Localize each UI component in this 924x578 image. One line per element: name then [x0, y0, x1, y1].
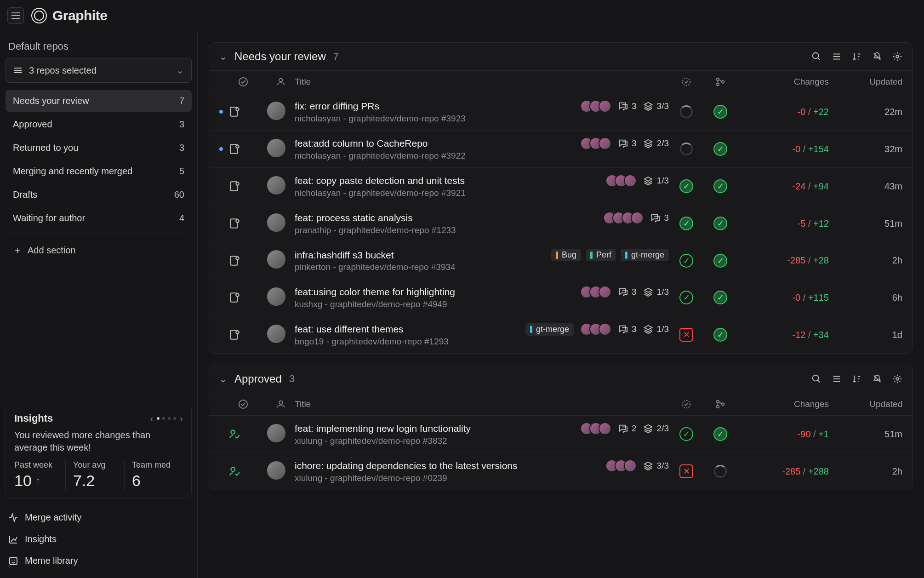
- table-header: Title Changes Updated: [209, 393, 913, 416]
- check-ok-icon: ✓: [713, 217, 727, 230]
- sort-icon[interactable]: [852, 374, 862, 384]
- author-avatar: [267, 176, 285, 195]
- sidebar-heading: Default repos: [6, 39, 192, 58]
- stack-position[interactable]: 1/3: [643, 324, 669, 334]
- table-row[interactable]: feat:using color theme for highlighting …: [209, 279, 913, 316]
- meme-library-link[interactable]: Meme library: [6, 551, 192, 571]
- comments[interactable]: 3: [618, 324, 637, 334]
- arrow-up-icon: ↑: [35, 475, 41, 487]
- logo[interactable]: Graphite: [31, 8, 107, 23]
- stack-position[interactable]: 3/3: [643, 461, 669, 471]
- insights-next[interactable]: ›: [180, 413, 183, 424]
- svg-point-10: [236, 108, 239, 111]
- stack-position[interactable]: 1/3: [643, 287, 669, 297]
- diff-icon: [228, 255, 240, 267]
- changes: -0 / +115: [737, 292, 829, 303]
- check-ok-icon: ✓: [713, 427, 727, 441]
- stack-position[interactable]: 2/3: [643, 138, 669, 149]
- spinner-icon: [680, 143, 693, 155]
- mute-icon[interactable]: [872, 374, 882, 384]
- pr-meta: kushxg - graphitedev/demo-repo #4949: [295, 299, 669, 309]
- sidebar-item-label: Needs your review: [13, 96, 89, 106]
- svg-point-12: [236, 145, 239, 148]
- insights-card: Insights ‹ › You reviewed more changes t…: [6, 404, 192, 498]
- sidebar-item[interactable]: Returned to you3: [6, 137, 192, 159]
- comments[interactable]: 3: [618, 101, 637, 111]
- svg-point-7: [717, 83, 719, 86]
- sidebar-item[interactable]: Waiting for author4: [6, 207, 192, 229]
- table-row[interactable]: feat: process static analysis 3 pranathi…: [209, 205, 913, 242]
- table-row[interactable]: feat: copy paste detection and unit test…: [209, 168, 913, 205]
- comments[interactable]: 3: [618, 138, 637, 149]
- sort-icon[interactable]: [852, 52, 862, 62]
- collapse-toggle[interactable]: ⌄: [219, 51, 227, 62]
- gear-icon[interactable]: [892, 374, 902, 384]
- sidebar-item-count: 3: [179, 119, 184, 130]
- reviewer-avatars: [605, 174, 637, 187]
- check-ok-icon: ✓: [713, 254, 727, 268]
- menu-toggle[interactable]: [7, 7, 24, 24]
- label[interactable]: Bug: [551, 249, 581, 261]
- sidebar-item[interactable]: Merging and recently merged5: [6, 160, 192, 182]
- add-section-button[interactable]: ＋ Add section: [6, 239, 192, 262]
- insights-prev[interactable]: ‹: [150, 413, 154, 424]
- comments[interactable]: 3: [650, 213, 669, 223]
- gear-icon[interactable]: [892, 52, 902, 62]
- author-avatar: [267, 424, 285, 442]
- list-icon[interactable]: [832, 374, 842, 384]
- sidebar-item-label: Drafts: [13, 189, 37, 200]
- svg-point-18: [236, 257, 239, 260]
- svg-point-29: [717, 406, 719, 408]
- repo-selector[interactable]: 3 repos selected ⌄: [6, 58, 192, 83]
- mute-icon[interactable]: [872, 52, 882, 62]
- sidebar-item[interactable]: Drafts60: [6, 184, 192, 206]
- comments[interactable]: 3: [618, 287, 637, 297]
- section: ⌄ Needs your review 7 Title Changes Upda…: [209, 42, 913, 354]
- label[interactable]: gt-merge: [621, 249, 669, 261]
- stack-position[interactable]: 3/3: [643, 101, 669, 111]
- updated: 1d: [829, 330, 902, 340]
- search-icon[interactable]: [811, 374, 821, 384]
- updated: 51m: [829, 429, 902, 440]
- svg-point-16: [236, 219, 239, 223]
- author-avatar: [267, 325, 285, 343]
- author-avatar: [267, 102, 285, 120]
- check-ok-icon: ✓: [713, 179, 727, 193]
- insights-stats: Past week10↑Your avg7.2Team med6: [14, 460, 183, 490]
- label[interactable]: Perf: [586, 249, 616, 261]
- changes: -12 / +34: [737, 330, 829, 340]
- author-header-icon: [276, 77, 286, 87]
- table-row[interactable]: feat: use different themes gt-merge31/3 …: [209, 316, 913, 353]
- list-icon[interactable]: [832, 52, 842, 62]
- sidebar-item-label: Approved: [13, 119, 52, 130]
- check-fail-icon: ✕: [679, 328, 693, 342]
- sidebar-item[interactable]: Approved3: [6, 114, 192, 135]
- collapse-toggle[interactable]: ⌄: [219, 373, 227, 384]
- sidebar-item-count: 4: [179, 213, 184, 223]
- check-ok-icon: ✓: [713, 142, 727, 156]
- diff-icon: [228, 217, 240, 229]
- search-icon[interactable]: [811, 52, 821, 62]
- author-avatar: [267, 139, 285, 157]
- table-row[interactable]: ichore: updating dependencies to the lat…: [209, 453, 913, 490]
- table-row[interactable]: feat: implementing new login functionali…: [209, 416, 913, 453]
- diff-icon: [228, 180, 240, 192]
- stack-position[interactable]: 2/3: [643, 423, 669, 434]
- comments[interactable]: 2: [618, 423, 637, 434]
- sidebar-item[interactable]: Needs your review7: [6, 90, 192, 112]
- diff-icon: [228, 292, 240, 303]
- stack-position[interactable]: 1/3: [643, 176, 669, 186]
- insights-link[interactable]: Insights: [6, 529, 192, 549]
- table-row[interactable]: feat:add column to CacheRepo 32/3 nichol…: [209, 131, 913, 168]
- table-row[interactable]: infra:hashdiff s3 bucket BugPerfgt-merge…: [209, 242, 913, 279]
- changes-header: Changes: [737, 77, 829, 87]
- insights-stat: Team med6: [124, 460, 183, 490]
- sidebar-item-label: Waiting for author: [13, 213, 85, 223]
- merge-activity-link[interactable]: Merge activity: [6, 508, 192, 527]
- sidebar: Default repos 3 repos selected ⌄ Needs y…: [0, 31, 198, 578]
- updated: 51m: [829, 218, 902, 229]
- table-row[interactable]: fix: error diffing PRs 33/3 nicholasyan …: [209, 93, 913, 131]
- reviewer-avatars: [580, 100, 611, 113]
- svg-point-24: [896, 378, 899, 380]
- label[interactable]: gt-merge: [525, 323, 574, 336]
